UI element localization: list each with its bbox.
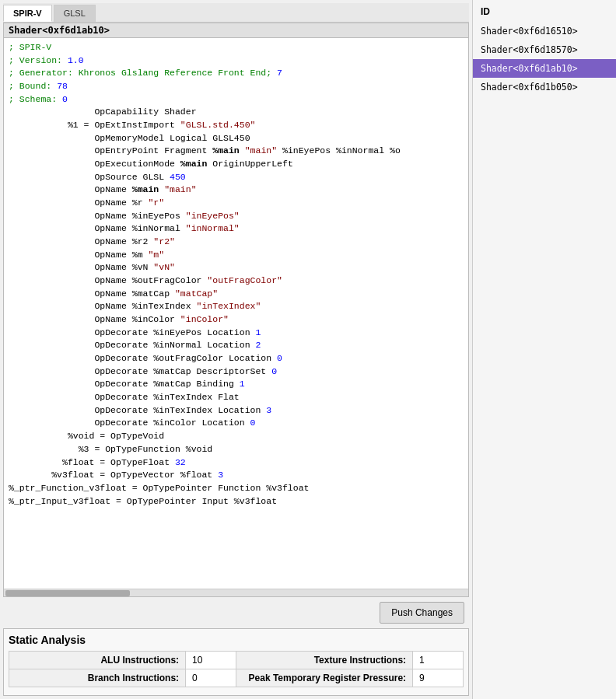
right-panel: ID Shader<0xf6d16510> Shader<0xf6d18570>… bbox=[472, 0, 616, 699]
tab-glsl[interactable]: GLSL bbox=[54, 5, 96, 22]
push-changes-button[interactable]: Push Changes bbox=[380, 602, 464, 624]
tab-bar: SPIR-V GLSL bbox=[3, 3, 469, 23]
branch-instructions-value: 0 bbox=[186, 669, 236, 687]
code-content: ; SPIR-V ; Version: 1.0 ; Generator: Khr… bbox=[9, 41, 464, 508]
static-analysis-panel: Static Analysis ALU Instructions: 10 Tex… bbox=[3, 628, 469, 696]
code-panel: Shader<0xf6d1ab10> ; SPIR-V ; Version: 1… bbox=[3, 23, 469, 597]
peak-register-value: 9 bbox=[413, 669, 464, 687]
table-row: ALU Instructions: 10 Texture Instruction… bbox=[9, 652, 464, 669]
shader-item-2[interactable]: Shader<0xf6d1ab10> bbox=[473, 59, 616, 78]
horizontal-scrollbar[interactable] bbox=[4, 589, 468, 596]
alu-instructions-value: 10 bbox=[186, 652, 236, 669]
shader-item-3[interactable]: Shader<0xf6d1b050> bbox=[473, 78, 616, 96]
scrollbar-thumb bbox=[5, 590, 130, 596]
stats-table: ALU Instructions: 10 Texture Instruction… bbox=[9, 651, 464, 687]
texture-instructions-value: 1 bbox=[413, 652, 464, 669]
shader-item-0[interactable]: Shader<0xf6d16510> bbox=[473, 22, 616, 40]
peak-register-label: Peak Temporary Register Pressure: bbox=[236, 669, 412, 687]
left-panel: SPIR-V GLSL Shader<0xf6d1ab10> ; SPIR-V … bbox=[0, 0, 472, 699]
right-panel-title: ID bbox=[473, 3, 616, 22]
static-analysis-title: Static Analysis bbox=[9, 634, 464, 646]
tab-spirv[interactable]: SPIR-V bbox=[3, 5, 52, 22]
table-row: Branch Instructions: 0 Peak Temporary Re… bbox=[9, 669, 464, 687]
code-title: Shader<0xf6d1ab10> bbox=[4, 23, 468, 38]
shader-item-1[interactable]: Shader<0xf6d18570> bbox=[473, 40, 616, 59]
branch-instructions-label: Branch Instructions: bbox=[9, 669, 186, 687]
main-container: SPIR-V GLSL Shader<0xf6d1ab10> ; SPIR-V … bbox=[0, 0, 616, 699]
texture-instructions-label: Texture Instructions: bbox=[236, 652, 412, 669]
push-changes-bar: Push Changes bbox=[3, 597, 469, 628]
alu-instructions-label: ALU Instructions: bbox=[9, 652, 186, 669]
code-area[interactable]: ; SPIR-V ; Version: 1.0 ; Generator: Khr… bbox=[4, 38, 468, 589]
